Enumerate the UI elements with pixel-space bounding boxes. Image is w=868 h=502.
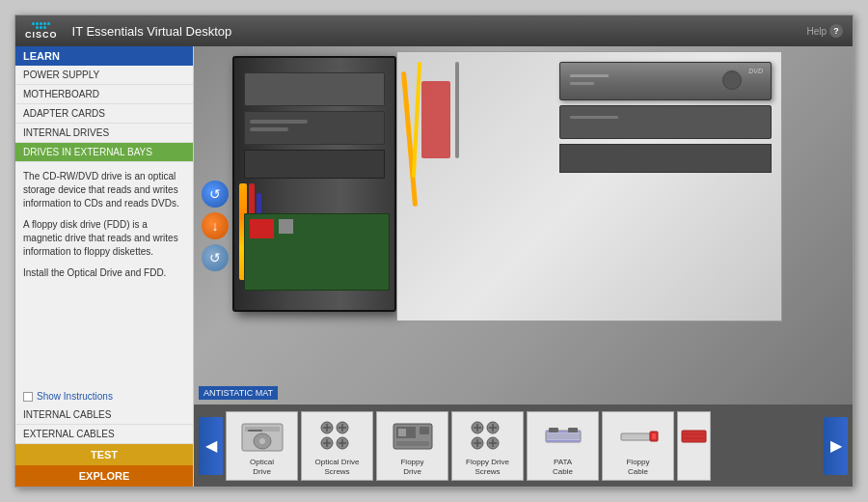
dvd-label: DVD bbox=[748, 68, 763, 74]
nav-left-icon: ◀ bbox=[205, 436, 217, 455]
nav-left-arrow[interactable]: ◀ bbox=[199, 417, 223, 475]
floppy-drive-label: FloppyDrive bbox=[400, 458, 423, 476]
viewer-area: ↺ ↓ ↺ bbox=[194, 46, 853, 487]
svg-rect-21 bbox=[396, 441, 429, 446]
help-icon[interactable]: ? bbox=[829, 24, 843, 38]
partial-icon bbox=[677, 415, 711, 456]
svg-rect-40 bbox=[549, 428, 558, 432]
pata-cable-icon bbox=[540, 415, 586, 456]
main-content: LEARN POWER SUPPLY MOTHERBOARD ADAPTER C… bbox=[15, 46, 853, 487]
test-button[interactable]: TEST bbox=[15, 444, 193, 465]
show-instructions-label: Show Instructions bbox=[37, 391, 113, 402]
svg-point-3 bbox=[259, 438, 265, 444]
sidebar-item-internal-cables[interactable]: INTERNAL CABLES bbox=[15, 405, 193, 425]
cisco-dot-2 bbox=[36, 22, 39, 25]
computer-scene: DVD bbox=[194, 46, 853, 404]
second-drive-bay bbox=[559, 105, 772, 139]
svg-rect-36 bbox=[546, 440, 581, 442]
floppy-drive-screws-label: Floppy DriveScrews bbox=[466, 458, 509, 476]
cisco-dot-7 bbox=[40, 26, 42, 29]
sidebar-learn-header: LEARN bbox=[15, 46, 193, 66]
sidebar-item-internal-drives[interactable]: INTERNAL DRIVES bbox=[15, 124, 193, 143]
description-para-1: The CD-RW/DVD drive is an optical storag… bbox=[23, 170, 185, 210]
cables-bundle bbox=[407, 52, 484, 226]
drive-bay-3 bbox=[244, 150, 385, 179]
description-para-3: Install the Optical Drive and FDD. bbox=[23, 266, 185, 280]
bottom-toolbar: ◀ bbox=[194, 404, 853, 487]
pc-open-view: DVD bbox=[396, 51, 782, 321]
svg-rect-42 bbox=[621, 433, 650, 440]
component-optical-drive[interactable]: OpticalDrive bbox=[226, 411, 298, 481]
floppy-cable-icon bbox=[615, 415, 662, 456]
component-items: OpticalDrive bbox=[226, 411, 821, 481]
optical-drive-icon bbox=[239, 415, 285, 456]
show-instructions-checkbox[interactable] bbox=[23, 392, 33, 402]
app-title: IT Essentials Virtual Desktop bbox=[72, 24, 232, 39]
component-floppy-drive-screws[interactable]: Floppy DriveScrews bbox=[451, 411, 524, 481]
scene-area: ↺ ↓ ↺ bbox=[194, 46, 853, 404]
svg-rect-4 bbox=[248, 430, 262, 432]
description-area: The CD-RW/DVD drive is an optical storag… bbox=[15, 162, 193, 387]
nav-down-button[interactable]: ↓ bbox=[202, 212, 229, 239]
component-partial[interactable] bbox=[677, 411, 711, 481]
cisco-dot-8 bbox=[43, 26, 46, 29]
sidebar: LEARN POWER SUPPLY MOTHERBOARD ADAPTER C… bbox=[15, 46, 194, 487]
svg-rect-47 bbox=[682, 431, 706, 442]
cisco-logo: CISCO bbox=[25, 22, 58, 40]
help-area[interactable]: Help ? bbox=[806, 24, 843, 38]
floppy-drive-icon bbox=[390, 415, 436, 456]
description-para-2: A floppy disk drive (FDD) is a magnetic … bbox=[23, 218, 185, 259]
component-pata-cable[interactable]: PATACable bbox=[527, 411, 599, 481]
explore-button[interactable]: EXPLORE bbox=[15, 465, 193, 487]
help-label: Help bbox=[806, 26, 827, 37]
drive-bay-empty bbox=[559, 144, 772, 173]
sidebar-item-motherboard[interactable]: MOTHERBOARD bbox=[15, 85, 193, 104]
component-optical-drive-screws[interactable]: Optical DriveScrews bbox=[301, 411, 373, 481]
svg-rect-19 bbox=[398, 429, 406, 436]
title-bar: CISCO IT Essentials Virtual Desktop Help… bbox=[15, 15, 853, 46]
optical-drive-screws-label: Optical DriveScrews bbox=[315, 458, 360, 476]
cisco-text: CISCO bbox=[25, 30, 58, 40]
drive-bay-2 bbox=[244, 111, 385, 145]
cisco-dot-1 bbox=[32, 22, 35, 25]
nav-right-arrow[interactable]: ▶ bbox=[824, 417, 848, 475]
side-nav: ↺ ↓ ↺ bbox=[202, 181, 229, 271]
sidebar-item-adapter-cards[interactable]: ADAPTER CARDS bbox=[15, 104, 193, 124]
app-window: CISCO IT Essentials Virtual Desktop Help… bbox=[14, 14, 854, 488]
sidebar-item-drives-external-bays[interactable]: DRIVES IN EXTERNAL BAYS bbox=[15, 143, 193, 162]
pc-tower bbox=[232, 56, 396, 312]
svg-rect-20 bbox=[420, 427, 429, 434]
nav-rotate-button[interactable]: ↺ bbox=[202, 181, 229, 208]
dvd-drive: DVD bbox=[559, 62, 772, 100]
nav-reset-button[interactable]: ↺ bbox=[202, 244, 229, 271]
cisco-dot-6 bbox=[36, 26, 39, 29]
nav-right-icon: ▶ bbox=[830, 436, 842, 455]
svg-rect-46 bbox=[652, 433, 656, 439]
optical-drive-screws-icon bbox=[314, 415, 361, 456]
motherboard-visible bbox=[244, 213, 390, 291]
cisco-dot-3 bbox=[40, 22, 42, 25]
cisco-dot-4 bbox=[43, 22, 46, 25]
component-floppy-drive[interactable]: FloppyDrive bbox=[376, 411, 448, 481]
cisco-dots bbox=[32, 22, 50, 25]
floppy-drive-screws-icon bbox=[465, 415, 511, 456]
floppy-cable-label: FloppyCable bbox=[626, 458, 649, 476]
component-floppy-cable[interactable]: FloppyCable bbox=[602, 411, 674, 481]
sidebar-item-power-supply[interactable]: POWER SUPPLY bbox=[15, 66, 193, 85]
antistatic-label: ANTISTATIC MAT bbox=[199, 386, 278, 400]
cisco-dot-5 bbox=[47, 22, 50, 25]
sidebar-bottom: TEST EXPLORE bbox=[15, 444, 193, 487]
pata-cable-label: PATACable bbox=[553, 458, 573, 476]
show-instructions[interactable]: Show Instructions bbox=[15, 387, 193, 405]
sidebar-item-external-cables[interactable]: EXTERNAL CABLES bbox=[15, 425, 193, 444]
svg-rect-41 bbox=[568, 428, 578, 432]
cisco-dots-2 bbox=[36, 26, 46, 29]
optical-drive-label: OpticalDrive bbox=[250, 458, 274, 476]
drive-bay-1 bbox=[244, 72, 385, 106]
